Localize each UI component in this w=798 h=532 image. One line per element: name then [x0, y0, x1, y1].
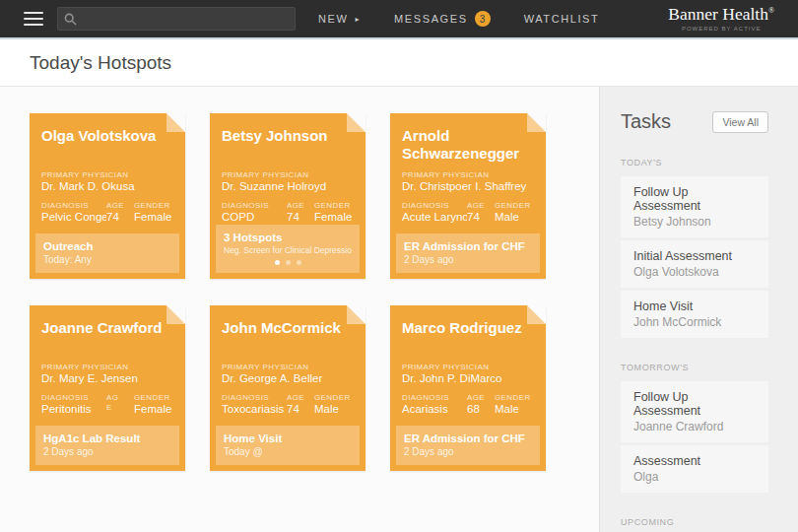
task-title: Assessment	[633, 454, 756, 468]
page-title: Today's Hotspots	[30, 52, 171, 74]
patient-name: John McCormick	[222, 319, 354, 363]
diagnosis-label: DIAGNOSIS	[41, 201, 106, 210]
task-person: Joanne Crawford	[633, 420, 756, 433]
carousel-dot[interactable]	[286, 260, 291, 265]
task-title: Follow Up Assessment	[633, 390, 756, 418]
tasks-sidebar: Tasks View All TODAY'S Follow Up Assessm…	[599, 87, 798, 532]
hotspot-subtitle: 2 Days ago	[404, 446, 532, 457]
gender-value: Male	[495, 211, 534, 223]
age-value: 68	[467, 403, 495, 415]
patient-name: Marco Rodriguez	[402, 319, 534, 363]
age-value: 74	[467, 211, 495, 223]
patient-card[interactable]: Olga Volotskova PRIMARY PHYSICIAN Dr. Ma…	[30, 113, 185, 279]
physician-label: PRIMARY PHYSICIAN	[41, 170, 173, 179]
carousel-dots[interactable]	[224, 260, 352, 265]
view-all-button[interactable]: View All	[712, 111, 768, 133]
hotspot-title: HgA1c Lab Result	[43, 432, 171, 444]
messages-count-badge: 3	[475, 11, 491, 27]
physician-value: Dr. Christpoer I. Shaffrey	[402, 180, 534, 192]
search-box[interactable]	[57, 7, 296, 31]
patient-card[interactable]: Arnold Schwarzenegger PRIMARY PHYSICIAN …	[390, 113, 546, 279]
task-person: John McCormick	[633, 315, 756, 329]
hotspot-banner[interactable]: Home Visit Today @	[216, 426, 360, 465]
age-label: AGE	[106, 201, 134, 210]
task-item[interactable]: Follow Up Assessment Joanne Crawford	[621, 381, 768, 442]
tasks-title: Tasks	[621, 110, 671, 133]
title-bar: Today's Hotspots	[0, 39, 798, 87]
patient-card[interactable]: John McCormick PRIMARY PHYSICIAN Dr. Geo…	[210, 305, 366, 471]
patient-card[interactable]: Joanne Crawford PRIMARY PHYSICIAN Dr. Ma…	[30, 305, 185, 471]
task-item[interactable]: Initial Assessment Olga Volotskova	[621, 240, 768, 288]
diagnosis-label: DIAGNOSIS	[41, 393, 106, 402]
hotspot-banner[interactable]: Outreach Today: Any	[35, 233, 179, 273]
hotspot-title: ER Admission for CHF	[404, 240, 532, 252]
physician-value: Dr. Mary E. Jensen	[41, 372, 173, 384]
brand-tagline: POWERED BY ACTIVE	[668, 26, 774, 32]
age-value: 74	[287, 211, 314, 223]
gender-value: Male	[495, 403, 534, 415]
task-title: Follow Up Assessment	[633, 185, 756, 213]
task-item[interactable]: Follow Up Assessment Betsy Johnson	[621, 176, 768, 237]
diagnosis-label: DIAGNOSIS	[402, 201, 467, 210]
nav-new[interactable]: NEW ▸	[318, 13, 361, 25]
diagnosis-label: DIAGNOSIS	[402, 393, 467, 402]
hotspot-banner[interactable]: ER Admission for CHF 2 Days ago	[396, 233, 540, 273]
diagnosis-value: Toxocariasis	[222, 403, 287, 415]
hotspot-banner[interactable]: ER Admission for CHF 2 Days ago	[396, 426, 540, 465]
nav-watchlist[interactable]: WATCHLIST	[524, 13, 600, 25]
hotspot-title: ER Admission for CHF	[404, 432, 532, 444]
diagnosis-label: DIAGNOSIS	[222, 393, 287, 402]
age-label: AGE	[467, 201, 495, 210]
registered-mark: ®	[768, 6, 774, 15]
top-navigation: NEW ▸ MESSAGES 3 WATCHLIST Banner Health…	[318, 6, 774, 32]
hotspot-banner[interactable]: 3 Hotspots Neg. Screen for Clinical Depr…	[216, 225, 360, 273]
task-item[interactable]: Assessment Olga	[621, 445, 768, 493]
gender-value: Male	[314, 403, 354, 415]
physician-label: PRIMARY PHYSICIAN	[402, 363, 534, 371]
section-label-upcoming: UPCOMING	[621, 517, 768, 527]
gender-label: GENDER	[495, 201, 534, 210]
patient-card[interactable]: Marco Rodriguez PRIMARY PHYSICIAN Dr. Jo…	[390, 305, 546, 471]
folded-corner-icon	[347, 113, 366, 132]
task-title: Initial Assessment	[633, 249, 756, 263]
gender-label: GENDER	[314, 201, 354, 210]
carousel-dot-active[interactable]	[275, 260, 280, 265]
physician-value: Dr. Mark D. Okusa	[41, 180, 173, 192]
age-label: AGE	[287, 393, 314, 402]
hotspot-subtitle: Today: Any	[43, 254, 171, 265]
diagnosis-value: Peritonitis	[41, 403, 106, 415]
gender-label: GENDER	[314, 393, 354, 402]
age-label: AGE	[467, 393, 495, 402]
section-label-todays: TODAY'S	[621, 158, 768, 167]
patient-name: Arnold Schwarzenegger	[402, 127, 534, 170]
cards-grid: Olga Volotskova PRIMARY PHYSICIAN Dr. Ma…	[30, 113, 599, 471]
top-bar: NEW ▸ MESSAGES 3 WATCHLIST Banner Health…	[0, 0, 798, 39]
folded-corner-icon	[166, 113, 185, 132]
hotspots-area: Olga Volotskova PRIMARY PHYSICIAN Dr. Ma…	[0, 87, 599, 532]
carousel-dot[interactable]	[297, 260, 301, 265]
nav-messages[interactable]: MESSAGES 3	[394, 11, 491, 27]
hotspot-banner[interactable]: HgA1c Lab Result 2 Days ago	[35, 426, 179, 465]
brand-logo: Banner Health® POWERED BY ACTIVE	[668, 6, 774, 32]
gender-value: Female	[134, 403, 173, 415]
gender-label: GENDER	[134, 393, 173, 402]
search-icon	[64, 13, 77, 26]
brand-name: Banner Health	[668, 4, 768, 24]
physician-value: Dr. John P. DiMarco	[402, 372, 534, 384]
diagnosis-value: Acariasis	[402, 403, 467, 415]
folded-corner-icon	[527, 113, 546, 132]
gender-label: GENDER	[134, 201, 173, 210]
task-person: Olga	[633, 470, 756, 484]
hotspot-subtitle: 2 Days ago	[43, 446, 171, 457]
patient-name: Olga Volotskova	[41, 127, 173, 170]
caret-right-icon: ▸	[355, 15, 361, 24]
task-item[interactable]: Home Visit John McCormick	[621, 291, 768, 338]
search-input[interactable]	[82, 12, 289, 26]
patient-card[interactable]: Betsy Johnson PRIMARY PHYSICIAN Dr. Suza…	[210, 113, 366, 279]
hamburger-menu-icon[interactable]	[24, 12, 43, 27]
physician-label: PRIMARY PHYSICIAN	[402, 170, 534, 179]
gender-value: Female	[134, 211, 173, 223]
age-label: AGE	[106, 393, 121, 414]
diagnosis-value: COPD	[222, 211, 287, 223]
gender-label: GENDER	[495, 393, 534, 402]
